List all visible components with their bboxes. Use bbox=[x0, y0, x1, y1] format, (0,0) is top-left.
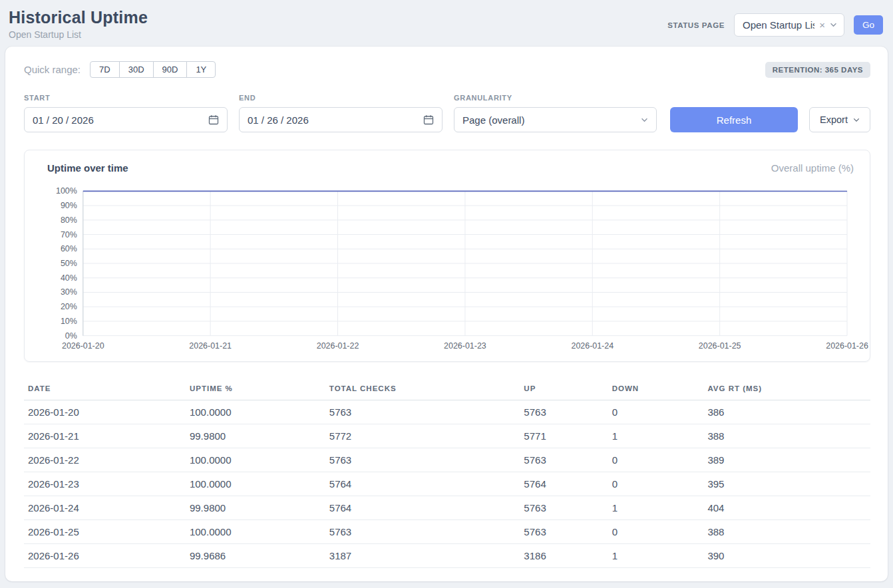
uptime-chart-svg: 100%90%80%70%60%50%40%30%20%10%0%2026-01… bbox=[39, 183, 855, 353]
calendar-icon[interactable] bbox=[423, 114, 434, 125]
table-cell: 5772 bbox=[325, 424, 520, 448]
end-date-input[interactable]: 01 / 26 / 2026 bbox=[239, 107, 443, 132]
table-cell: 0 bbox=[608, 448, 704, 472]
clear-selection-icon[interactable]: × bbox=[819, 20, 825, 30]
svg-text:2026-01-23: 2026-01-23 bbox=[444, 341, 486, 351]
start-date-field: START 01 / 20 / 2026 bbox=[24, 94, 228, 132]
quick-range-row: Quick range: 7D30D90D1Y RETENTION: 365 D… bbox=[24, 61, 870, 78]
start-date-input[interactable]: 01 / 20 / 2026 bbox=[24, 107, 228, 132]
quick-range-1y[interactable]: 1Y bbox=[186, 61, 216, 78]
quick-range-90d[interactable]: 90D bbox=[153, 61, 188, 78]
table-cell: 5763 bbox=[325, 520, 520, 544]
table-cell: 1 bbox=[608, 424, 704, 448]
granularity-select[interactable]: Page (overall) bbox=[454, 107, 657, 132]
filter-fields-row: START 01 / 20 / 2026 END 01 / 26 / 2026 bbox=[24, 94, 870, 132]
chart-gridlines bbox=[83, 191, 847, 335]
table-header-cell: UPTIME % bbox=[186, 378, 325, 400]
svg-text:80%: 80% bbox=[61, 216, 77, 225]
svg-text:2026-01-20: 2026-01-20 bbox=[62, 341, 104, 351]
table-cell: 1 bbox=[608, 496, 704, 520]
go-button[interactable]: Go bbox=[854, 15, 883, 35]
chart-legend: Overall uptime (%) bbox=[771, 162, 854, 174]
chart-axis-labels: 100%90%80%70%60%50%40%30%20%10%0%2026-01… bbox=[56, 186, 868, 350]
table-cell: 0 bbox=[608, 472, 704, 496]
quick-range-7d[interactable]: 7D bbox=[90, 61, 120, 78]
table-cell: 1 bbox=[608, 544, 704, 568]
table-cell: 2026-01-24 bbox=[24, 496, 186, 520]
table-cell: 386 bbox=[703, 400, 870, 424]
table-cell: 99.9800 bbox=[186, 496, 325, 520]
quick-range-group: 7D30D90D1Y bbox=[90, 61, 216, 78]
table-cell: 2026-01-25 bbox=[24, 520, 186, 544]
granularity-selected-value: Page (overall) bbox=[462, 114, 524, 126]
table-header-cell: DOWN bbox=[608, 378, 704, 400]
table-cell: 2026-01-22 bbox=[24, 448, 186, 472]
chart-header: Uptime over time Overall uptime (%) bbox=[39, 162, 855, 183]
uptime-chart-card: Uptime over time Overall uptime (%) 100%… bbox=[24, 150, 870, 362]
table-cell: 5763 bbox=[325, 448, 520, 472]
svg-text:2026-01-21: 2026-01-21 bbox=[189, 341, 232, 351]
table-header-cell: AVG RT (MS) bbox=[703, 378, 870, 400]
end-date-value: 01 / 26 / 2026 bbox=[248, 114, 309, 126]
table-row: 2026-01-20100.0000576357630386 bbox=[24, 400, 870, 424]
svg-text:30%: 30% bbox=[61, 287, 77, 297]
table-cell: 5764 bbox=[325, 496, 520, 520]
chart-title: Uptime over time bbox=[47, 162, 128, 174]
export-button[interactable]: Export bbox=[809, 107, 870, 132]
table-cell: 389 bbox=[703, 448, 870, 472]
table-row: 2026-01-2499.9800576457631404 bbox=[24, 496, 870, 520]
svg-text:100%: 100% bbox=[56, 186, 77, 196]
granularity-field: GRANULARITY Page (overall) bbox=[454, 94, 659, 132]
start-date-value: 01 / 20 / 2026 bbox=[33, 114, 94, 126]
table-head: DATEUPTIME %TOTAL CHECKSUPDOWNAVG RT (MS… bbox=[24, 378, 870, 400]
table-cell: 395 bbox=[703, 472, 870, 496]
svg-text:60%: 60% bbox=[61, 244, 77, 253]
table-cell: 2026-01-20 bbox=[24, 400, 186, 424]
table-row: 2026-01-2199.9800577257711388 bbox=[24, 424, 870, 448]
table-cell: 5763 bbox=[325, 400, 520, 424]
table-cell: 5763 bbox=[520, 496, 608, 520]
table-cell: 3186 bbox=[520, 544, 608, 568]
table-cell: 5764 bbox=[325, 472, 520, 496]
table-cell: 0 bbox=[608, 400, 704, 424]
table-body: 2026-01-20100.00005763576303862026-01-21… bbox=[24, 400, 870, 568]
refresh-button[interactable]: Refresh bbox=[670, 107, 798, 132]
calendar-icon[interactable] bbox=[208, 114, 219, 125]
table-cell: 100.0000 bbox=[186, 448, 325, 472]
page-title: Historical Uptime bbox=[9, 8, 148, 27]
main-panel: Quick range: 7D30D90D1Y RETENTION: 365 D… bbox=[5, 47, 888, 581]
table-row: 2026-01-23100.0000576457640395 bbox=[24, 472, 870, 496]
uptime-table: DATEUPTIME %TOTAL CHECKSUPDOWNAVG RT (MS… bbox=[24, 378, 870, 568]
status-page-selected-value: Open Startup List bbox=[743, 19, 814, 31]
table-cell: 388 bbox=[703, 424, 870, 448]
chevron-down-icon bbox=[641, 118, 648, 122]
table-cell: 3187 bbox=[325, 544, 520, 568]
svg-text:2026-01-22: 2026-01-22 bbox=[317, 341, 359, 351]
table-cell: 5763 bbox=[520, 520, 608, 544]
export-button-label: Export bbox=[820, 114, 848, 125]
table-cell: 99.9800 bbox=[186, 424, 325, 448]
page-subtitle: Open Startup List bbox=[9, 29, 148, 40]
status-page-label: STATUS PAGE bbox=[667, 21, 725, 29]
end-date-label: END bbox=[239, 94, 443, 102]
table-cell: 390 bbox=[703, 544, 870, 568]
quick-range-30d[interactable]: 30D bbox=[119, 61, 154, 78]
svg-text:10%: 10% bbox=[61, 317, 77, 326]
status-page-select[interactable]: Open Startup List × bbox=[734, 13, 844, 37]
page-header: Historical Uptime Open Startup List STAT… bbox=[0, 0, 893, 47]
svg-text:70%: 70% bbox=[61, 230, 77, 239]
header-controls: STATUS PAGE Open Startup List × Go bbox=[667, 13, 883, 37]
table-cell: 5763 bbox=[520, 400, 608, 424]
granularity-label: GRANULARITY bbox=[454, 94, 659, 102]
svg-text:20%: 20% bbox=[61, 302, 77, 311]
table-header-cell: TOTAL CHECKS bbox=[325, 378, 520, 400]
table-row: 2026-01-22100.0000576357630389 bbox=[24, 448, 870, 472]
svg-text:2026-01-26: 2026-01-26 bbox=[826, 341, 868, 351]
table-header-row: DATEUPTIME %TOTAL CHECKSUPDOWNAVG RT (MS… bbox=[24, 378, 870, 400]
table-cell: 388 bbox=[703, 520, 870, 544]
svg-text:50%: 50% bbox=[61, 259, 77, 268]
table-cell: 0 bbox=[608, 520, 704, 544]
table-cell: 100.0000 bbox=[186, 520, 325, 544]
header-titles: Historical Uptime Open Startup List bbox=[9, 8, 148, 40]
end-date-field: END 01 / 26 / 2026 bbox=[239, 94, 443, 132]
